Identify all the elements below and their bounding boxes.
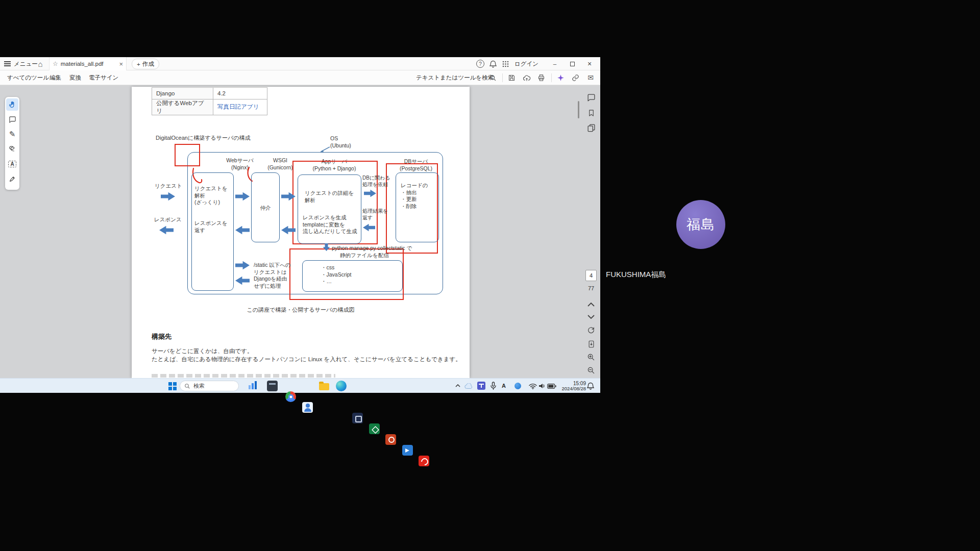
home-button[interactable]: ⌂ <box>36 59 45 68</box>
weather-icon[interactable] <box>464 383 473 389</box>
comment-tool[interactable] <box>6 113 18 126</box>
zoom-out-button[interactable] <box>586 365 596 375</box>
table-cell: Django <box>152 88 213 99</box>
hamburger-icon <box>4 63 11 64</box>
upload-cloud-button[interactable] <box>522 73 531 82</box>
body-paragraph: サーバをどこに置くかは、自由です。 <box>152 347 253 355</box>
teams-icon[interactable] <box>477 382 485 390</box>
response-label: レスポンス <box>154 216 182 223</box>
nginx-response-text: レスポンスを 返す <box>194 220 227 234</box>
search-button[interactable] <box>488 73 497 82</box>
contacts-icon[interactable] <box>302 402 313 413</box>
create-button[interactable]: + 作成 <box>132 59 159 69</box>
edge-icon[interactable] <box>336 381 347 391</box>
security-icon[interactable] <box>514 383 521 389</box>
convert-menu[interactable]: 変換 <box>69 74 81 82</box>
next-page-button[interactable] <box>586 312 596 322</box>
os-label: OS (Ubuntu) <box>330 135 351 149</box>
text-box-icon: A <box>8 161 16 167</box>
clock-date: 2024/08/28 <box>556 386 586 392</box>
bell-icon <box>587 382 594 390</box>
help-button[interactable]: ? <box>476 60 484 68</box>
maximize-button[interactable] <box>565 57 580 70</box>
section-heading: 構築先 <box>152 333 172 341</box>
nginx-request-text: リクエストを 解析 (ざっくり) <box>194 185 227 206</box>
email-button[interactable]: ✉ <box>586 73 595 82</box>
volume-icon[interactable] <box>538 383 546 389</box>
mic-icon[interactable] <box>490 382 497 390</box>
file-explorer-icon[interactable] <box>319 381 330 391</box>
window-close-button[interactable]: × <box>582 57 597 70</box>
minimize-button[interactable]: – <box>547 57 562 70</box>
taskbar-search[interactable]: 検索 <box>180 381 239 391</box>
export-doc-icon <box>587 340 595 348</box>
print-button[interactable] <box>537 73 546 82</box>
help-icon: ? <box>479 61 482 67</box>
bookmarks-panel-button[interactable] <box>586 108 596 118</box>
taskbar-app-window[interactable] <box>267 381 278 391</box>
draw-tool[interactable]: ✎ <box>6 128 18 140</box>
notifications-button[interactable] <box>489 60 497 68</box>
taskbar-app-dev[interactable] <box>352 413 363 423</box>
zoom-in-button[interactable] <box>586 352 596 362</box>
page-number-input[interactable]: 4 <box>585 270 597 281</box>
tab-close-icon[interactable]: × <box>119 60 123 68</box>
stats-icon <box>249 381 259 389</box>
apps-grid-button[interactable] <box>501 60 509 68</box>
save-icon <box>508 74 516 82</box>
wifi-icon[interactable] <box>529 383 537 389</box>
zoom-in-icon <box>587 353 595 361</box>
notification-center-button[interactable] <box>587 382 594 390</box>
page-total: 77 <box>585 285 597 291</box>
toolbar-divider <box>551 73 552 82</box>
app-response-text: レスポンスを生成 templateに変数を 流し込んだりして生成 <box>303 214 357 235</box>
all-tools-menu[interactable]: すべてのツール <box>7 74 49 82</box>
microphone-icon <box>490 382 497 390</box>
taskbar-app-blue[interactable] <box>402 445 413 456</box>
thumbnails-panel-button[interactable] <box>586 122 596 133</box>
toolbar-divider <box>502 73 503 82</box>
powerpoint-icon[interactable] <box>385 434 396 445</box>
edit-menu[interactable]: 編集 <box>50 74 61 82</box>
mail-icon: ✉ <box>587 73 594 82</box>
scrollbar-thumb[interactable] <box>578 101 579 118</box>
participant-name: FUKUSHIMA福島 <box>606 270 666 280</box>
refresh-view-button[interactable] <box>586 325 596 336</box>
excel-icon[interactable] <box>369 423 380 434</box>
chrome-icon[interactable] <box>285 391 296 402</box>
start-button[interactable] <box>168 382 177 390</box>
app-link[interactable]: 写真日記アプリ <box>213 99 267 115</box>
avatar-initials: 福島 <box>687 215 715 234</box>
document-tab[interactable]: ☆ materials_all.pdf × <box>49 57 127 70</box>
apps-grid-icon <box>502 61 509 67</box>
taskbar-app-stats[interactable] <box>249 381 259 391</box>
print-icon <box>537 74 545 82</box>
search-label[interactable]: テキストまたはツールを検索 <box>416 74 494 82</box>
fill-sign-tool[interactable] <box>6 172 18 185</box>
menu-button[interactable]: メニュー <box>4 57 38 70</box>
login-button[interactable]: ログイン <box>514 60 538 68</box>
ai-assistant-button[interactable] <box>556 73 565 82</box>
menu-label: メニュー <box>14 60 38 68</box>
add-text-tool[interactable]: A <box>6 158 18 170</box>
acrobat-icon[interactable] <box>419 456 429 466</box>
close-icon: × <box>587 60 592 68</box>
export-pdf-button[interactable] <box>586 339 596 349</box>
previous-page-button[interactable] <box>586 299 596 309</box>
chevron-up-icon <box>455 384 460 387</box>
lasso-tool[interactable] <box>6 143 18 155</box>
zoom-out-icon <box>587 366 595 374</box>
comments-panel-button[interactable] <box>586 92 596 103</box>
tray-expand-button[interactable] <box>455 384 460 387</box>
search-icon <box>489 74 497 82</box>
taskbar-clock[interactable]: 15:09 2024/08/28 <box>556 381 586 392</box>
star-icon[interactable]: ☆ <box>53 60 58 67</box>
select-hand-tool[interactable] <box>6 98 18 111</box>
share-link-button[interactable] <box>571 73 580 82</box>
save-button[interactable] <box>507 73 516 82</box>
esign-menu[interactable]: 電子サイン <box>89 74 118 82</box>
taskbar: 検索 A 15:09 <box>0 378 600 393</box>
ime-indicator[interactable]: A <box>502 383 506 389</box>
battery-icon[interactable] <box>547 384 556 389</box>
pages-icon <box>587 123 596 132</box>
